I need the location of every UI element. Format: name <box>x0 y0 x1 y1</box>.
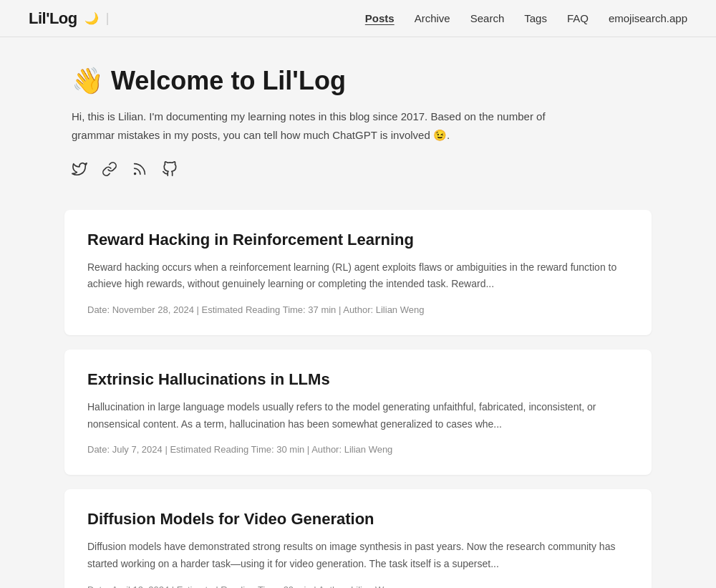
wave-emoji: 👋 <box>72 66 104 96</box>
post-meta: Date: July 7, 2024 | Estimated Reading T… <box>87 444 629 455</box>
hero-description: Hi, this is Lilian. I'm documenting my l… <box>72 107 558 144</box>
site-title[interactable]: Lil'Log <box>29 9 77 28</box>
github-icon[interactable] <box>162 161 178 181</box>
post-meta: Date: November 28, 2024 | Estimated Read… <box>87 304 629 315</box>
hero-title-text: Welcome to Lil'Log <box>111 66 346 96</box>
nav-emojisearch[interactable]: emojisearch.app <box>609 12 687 24</box>
main-nav: Posts Archive Search Tags FAQ emojisearc… <box>365 12 687 24</box>
header-left: Lil'Log 🌙 | <box>29 9 109 28</box>
nav-posts[interactable]: Posts <box>365 12 395 24</box>
posts-list: Reward Hacking in Reinforcement Learning… <box>64 210 652 588</box>
nav-tags[interactable]: Tags <box>524 12 547 24</box>
nav-faq[interactable]: FAQ <box>567 12 589 24</box>
site-header: Lil'Log 🌙 | Posts Archive Search Tags FA… <box>0 0 716 37</box>
svg-point-0 <box>135 173 136 175</box>
post-excerpt: Diffusion models have demonstrated stron… <box>87 539 629 573</box>
post-card[interactable]: Extrinsic Hallucinations in LLMs Halluci… <box>64 350 652 475</box>
post-title: Extrinsic Hallucinations in LLMs <box>87 370 629 390</box>
hero-section: 👋 Welcome to Lil'Log Hi, this is Lilian.… <box>64 66 652 181</box>
theme-toggle-icon[interactable]: 🌙 <box>84 11 99 25</box>
post-title: Diffusion Models for Video Generation <box>87 509 629 530</box>
post-excerpt: Hallucination in large language models u… <box>87 399 629 433</box>
twitter-icon[interactable] <box>72 161 87 181</box>
main-content: 👋 Welcome to Lil'Log Hi, this is Lilian.… <box>50 37 666 588</box>
post-card[interactable]: Diffusion Models for Video Generation Di… <box>64 489 652 588</box>
header-divider: | <box>106 11 110 26</box>
post-title: Reward Hacking in Reinforcement Learning <box>87 230 629 251</box>
post-card[interactable]: Reward Hacking in Reinforcement Learning… <box>64 210 652 335</box>
post-meta: Date: April 12, 2024 | Estimated Reading… <box>87 584 629 588</box>
rss-icon[interactable] <box>132 161 147 181</box>
post-excerpt: Reward hacking occurs when a reinforceme… <box>87 259 629 294</box>
nav-archive[interactable]: Archive <box>415 12 450 24</box>
hero-title: 👋 Welcome to Lil'Log <box>72 66 644 96</box>
link-icon[interactable] <box>102 161 117 181</box>
social-icons-row <box>72 161 644 181</box>
nav-search[interactable]: Search <box>470 12 505 24</box>
